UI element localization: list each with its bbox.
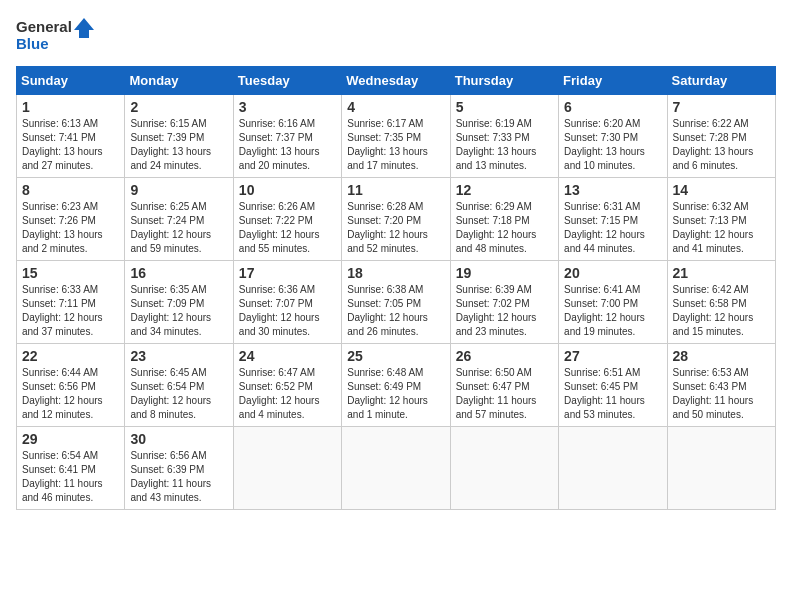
weekday-header: Friday [559,67,667,95]
calendar-cell: 16Sunrise: 6:35 AMSunset: 7:09 PMDayligh… [125,261,233,344]
weekday-header: Saturday [667,67,775,95]
day-info: Sunrise: 6:19 AMSunset: 7:33 PMDaylight:… [456,117,553,173]
weekday-header-row: SundayMondayTuesdayWednesdayThursdayFrid… [17,67,776,95]
calendar-week-row: 15Sunrise: 6:33 AMSunset: 7:11 PMDayligh… [17,261,776,344]
day-info: Sunrise: 6:54 AMSunset: 6:41 PMDaylight:… [22,449,119,505]
day-number: 30 [130,431,227,447]
day-number: 6 [564,99,661,115]
calendar-week-row: 1Sunrise: 6:13 AMSunset: 7:41 PMDaylight… [17,95,776,178]
day-info: Sunrise: 6:47 AMSunset: 6:52 PMDaylight:… [239,366,336,422]
calendar-week-row: 29Sunrise: 6:54 AMSunset: 6:41 PMDayligh… [17,427,776,510]
day-info: Sunrise: 6:28 AMSunset: 7:20 PMDaylight:… [347,200,444,256]
day-info: Sunrise: 6:16 AMSunset: 7:37 PMDaylight:… [239,117,336,173]
day-info: Sunrise: 6:50 AMSunset: 6:47 PMDaylight:… [456,366,553,422]
day-number: 24 [239,348,336,364]
calendar-cell: 14Sunrise: 6:32 AMSunset: 7:13 PMDayligh… [667,178,775,261]
calendar-cell: 28Sunrise: 6:53 AMSunset: 6:43 PMDayligh… [667,344,775,427]
calendar-cell [667,427,775,510]
day-info: Sunrise: 6:38 AMSunset: 7:05 PMDaylight:… [347,283,444,339]
svg-text:Blue: Blue [16,35,49,52]
day-number: 10 [239,182,336,198]
calendar-cell: 7Sunrise: 6:22 AMSunset: 7:28 PMDaylight… [667,95,775,178]
day-info: Sunrise: 6:41 AMSunset: 7:00 PMDaylight:… [564,283,661,339]
day-info: Sunrise: 6:48 AMSunset: 6:49 PMDaylight:… [347,366,444,422]
calendar-cell: 17Sunrise: 6:36 AMSunset: 7:07 PMDayligh… [233,261,341,344]
day-info: Sunrise: 6:22 AMSunset: 7:28 PMDaylight:… [673,117,770,173]
day-number: 14 [673,182,770,198]
day-info: Sunrise: 6:36 AMSunset: 7:07 PMDaylight:… [239,283,336,339]
calendar-cell: 26Sunrise: 6:50 AMSunset: 6:47 PMDayligh… [450,344,558,427]
weekday-header: Thursday [450,67,558,95]
day-info: Sunrise: 6:35 AMSunset: 7:09 PMDaylight:… [130,283,227,339]
calendar-cell: 4Sunrise: 6:17 AMSunset: 7:35 PMDaylight… [342,95,450,178]
calendar-cell: 22Sunrise: 6:44 AMSunset: 6:56 PMDayligh… [17,344,125,427]
page-header: General Blue [16,16,776,56]
day-number: 8 [22,182,119,198]
calendar-cell: 23Sunrise: 6:45 AMSunset: 6:54 PMDayligh… [125,344,233,427]
calendar-cell: 13Sunrise: 6:31 AMSunset: 7:15 PMDayligh… [559,178,667,261]
day-number: 1 [22,99,119,115]
day-number: 12 [456,182,553,198]
calendar-cell: 27Sunrise: 6:51 AMSunset: 6:45 PMDayligh… [559,344,667,427]
day-number: 23 [130,348,227,364]
day-number: 22 [22,348,119,364]
weekday-header: Wednesday [342,67,450,95]
day-info: Sunrise: 6:33 AMSunset: 7:11 PMDaylight:… [22,283,119,339]
calendar-week-row: 8Sunrise: 6:23 AMSunset: 7:26 PMDaylight… [17,178,776,261]
calendar-cell [233,427,341,510]
calendar-cell: 25Sunrise: 6:48 AMSunset: 6:49 PMDayligh… [342,344,450,427]
svg-marker-2 [74,18,94,38]
day-number: 29 [22,431,119,447]
day-number: 4 [347,99,444,115]
day-info: Sunrise: 6:20 AMSunset: 7:30 PMDaylight:… [564,117,661,173]
day-number: 2 [130,99,227,115]
calendar-table: SundayMondayTuesdayWednesdayThursdayFrid… [16,66,776,510]
day-number: 3 [239,99,336,115]
logo-icon: General Blue [16,16,96,56]
day-info: Sunrise: 6:26 AMSunset: 7:22 PMDaylight:… [239,200,336,256]
calendar-cell: 10Sunrise: 6:26 AMSunset: 7:22 PMDayligh… [233,178,341,261]
calendar-cell: 21Sunrise: 6:42 AMSunset: 6:58 PMDayligh… [667,261,775,344]
calendar-cell [450,427,558,510]
day-info: Sunrise: 6:44 AMSunset: 6:56 PMDaylight:… [22,366,119,422]
day-info: Sunrise: 6:29 AMSunset: 7:18 PMDaylight:… [456,200,553,256]
day-number: 11 [347,182,444,198]
day-number: 17 [239,265,336,281]
calendar-cell [559,427,667,510]
weekday-header: Monday [125,67,233,95]
logo: General Blue [16,16,96,56]
calendar-cell: 2Sunrise: 6:15 AMSunset: 7:39 PMDaylight… [125,95,233,178]
weekday-header: Sunday [17,67,125,95]
day-info: Sunrise: 6:23 AMSunset: 7:26 PMDaylight:… [22,200,119,256]
day-info: Sunrise: 6:53 AMSunset: 6:43 PMDaylight:… [673,366,770,422]
calendar-cell: 12Sunrise: 6:29 AMSunset: 7:18 PMDayligh… [450,178,558,261]
day-number: 20 [564,265,661,281]
calendar-cell: 3Sunrise: 6:16 AMSunset: 7:37 PMDaylight… [233,95,341,178]
day-info: Sunrise: 6:13 AMSunset: 7:41 PMDaylight:… [22,117,119,173]
calendar-cell: 18Sunrise: 6:38 AMSunset: 7:05 PMDayligh… [342,261,450,344]
weekday-header: Tuesday [233,67,341,95]
calendar-cell: 15Sunrise: 6:33 AMSunset: 7:11 PMDayligh… [17,261,125,344]
day-number: 21 [673,265,770,281]
calendar-cell: 24Sunrise: 6:47 AMSunset: 6:52 PMDayligh… [233,344,341,427]
calendar-cell: 30Sunrise: 6:56 AMSunset: 6:39 PMDayligh… [125,427,233,510]
day-info: Sunrise: 6:25 AMSunset: 7:24 PMDaylight:… [130,200,227,256]
calendar-week-row: 22Sunrise: 6:44 AMSunset: 6:56 PMDayligh… [17,344,776,427]
day-number: 5 [456,99,553,115]
day-number: 15 [22,265,119,281]
day-info: Sunrise: 6:39 AMSunset: 7:02 PMDaylight:… [456,283,553,339]
day-number: 28 [673,348,770,364]
calendar-cell: 11Sunrise: 6:28 AMSunset: 7:20 PMDayligh… [342,178,450,261]
day-info: Sunrise: 6:32 AMSunset: 7:13 PMDaylight:… [673,200,770,256]
svg-text:General: General [16,18,72,35]
calendar-cell: 5Sunrise: 6:19 AMSunset: 7:33 PMDaylight… [450,95,558,178]
day-info: Sunrise: 6:31 AMSunset: 7:15 PMDaylight:… [564,200,661,256]
day-info: Sunrise: 6:42 AMSunset: 6:58 PMDaylight:… [673,283,770,339]
calendar-cell: 20Sunrise: 6:41 AMSunset: 7:00 PMDayligh… [559,261,667,344]
day-info: Sunrise: 6:51 AMSunset: 6:45 PMDaylight:… [564,366,661,422]
calendar-cell: 9Sunrise: 6:25 AMSunset: 7:24 PMDaylight… [125,178,233,261]
day-number: 16 [130,265,227,281]
calendar-cell: 19Sunrise: 6:39 AMSunset: 7:02 PMDayligh… [450,261,558,344]
calendar-cell: 29Sunrise: 6:54 AMSunset: 6:41 PMDayligh… [17,427,125,510]
calendar-cell: 8Sunrise: 6:23 AMSunset: 7:26 PMDaylight… [17,178,125,261]
